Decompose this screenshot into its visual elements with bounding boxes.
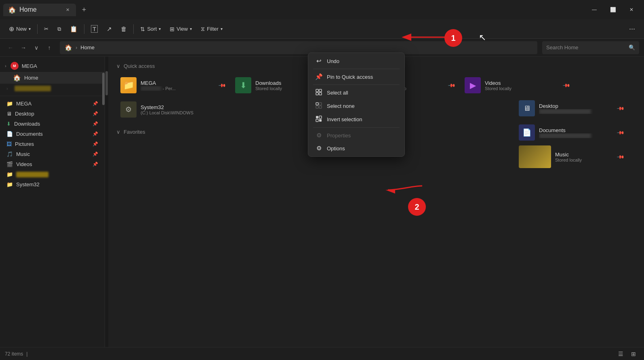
svg-rect-6 <box>316 106 318 108</box>
sidebar-item-mega-label: MEGA <box>22 63 37 69</box>
new-chevron-icon: ▾ <box>29 27 31 31</box>
context-menu: ↩ Undo 📌 Pin to Quick access Select all <box>308 53 405 157</box>
sidebar-item-blurred[interactable]: › <box>0 84 105 93</box>
tab-close-button[interactable]: ✕ <box>64 6 71 13</box>
sort-button[interactable]: ⇅ Sort ▾ <box>136 24 165 34</box>
menu-item-undo[interactable]: ↩ Undo <box>310 55 403 67</box>
copy-icon: ⧉ <box>57 26 61 32</box>
invert-selection-icon <box>315 116 323 123</box>
music-right-meta: Stored locally <box>555 158 614 162</box>
options-icon: ⚙ <box>315 145 323 152</box>
search-bar[interactable]: Search Home 🔍 <box>542 41 639 54</box>
list-item[interactable]: 🖥 Desktop Visual Studio - Personal 📌 <box>515 97 628 120</box>
desktop-file-info: Desktop Visual Studio - Personal <box>539 103 614 114</box>
menu-item-invert[interactable]: Invert selection <box>310 113 403 126</box>
address-text: Home <box>80 44 95 51</box>
sidebar-pictures-label: Pictures <box>15 141 34 147</box>
status-bar: 72 items | ☰ ⊞ <box>0 347 644 360</box>
list-view-button[interactable]: ☰ <box>615 349 626 359</box>
menu-item-select-none[interactable]: Select none <box>310 99 403 113</box>
forward-button[interactable]: → <box>18 42 29 53</box>
share-icon: ↗ <box>107 25 112 33</box>
sidebar-item-mega-folder[interactable]: 📁 MEGA 📌 <box>0 99 105 109</box>
new-tab-button[interactable]: + <box>78 3 90 16</box>
close-button[interactable]: ✕ <box>622 3 641 16</box>
scrollbar-thumb[interactable] <box>105 71 108 95</box>
system32-icon-large: ⚙ <box>120 101 137 118</box>
sidebar-item-documents[interactable]: 📄 Documents 📌 <box>0 129 105 139</box>
pin-icon-videos-item: 📌 <box>562 81 571 90</box>
right-side-items: 🖥 Desktop Visual Studio - Personal 📌 📄 D… <box>515 97 636 168</box>
system32-icon: 📁 <box>6 181 13 187</box>
quick-access-label: Quick access <box>124 63 155 69</box>
sidebar-scrollbar-track[interactable] <box>105 57 108 347</box>
view-icon: ⊞ <box>170 26 175 32</box>
sidebar-item-desktop[interactable]: 🖥 Desktop 📌 <box>0 109 105 119</box>
sidebar-item-pictures[interactable]: 🖼 Pictures 📌 <box>0 139 105 149</box>
pin-icon-desktop-item: 📌 <box>617 104 625 113</box>
sidebar-item-yellow[interactable]: 📁 <box>0 169 105 179</box>
back-button[interactable]: ← <box>5 42 16 53</box>
mega-chevron-icon: › <box>5 63 6 68</box>
properties-icon: ⚙ <box>315 132 323 139</box>
pin-icon-pictures: 📌 <box>93 141 98 147</box>
items-count: 72 items <box>5 351 23 357</box>
list-item[interactable]: 📁 MEGA Personal - Per... 📌 <box>116 74 229 97</box>
menu-item-options[interactable]: ⚙ Options <box>310 142 403 155</box>
minimize-button[interactable]: — <box>585 3 604 16</box>
quick-access-chevron-icon: ∨ <box>116 63 120 69</box>
pin-icon-documents: 📌 <box>93 131 98 137</box>
share-button[interactable]: ↗ <box>103 23 116 35</box>
sidebar-item-mega[interactable]: › M MEGA <box>0 60 105 72</box>
list-item[interactable]: Music Stored locally 📌 <box>515 145 628 168</box>
sidebar-item-videos[interactable]: 🎬 Videos 📌 <box>0 159 105 169</box>
rename-button[interactable]: T <box>87 23 102 35</box>
tab-home-title: Home <box>19 6 37 13</box>
list-item[interactable]: 📄 Documents Visual Studio - Personal 📌 <box>515 121 628 144</box>
delete-button[interactable]: 🗑 <box>117 23 131 34</box>
music-right-name: Music <box>555 152 614 158</box>
downloads-icon: ⬇ <box>6 121 11 127</box>
filter-chevron-icon: ▾ <box>221 27 223 31</box>
svg-rect-2 <box>316 93 318 95</box>
cut-button[interactable]: ✂ <box>40 24 53 34</box>
address-bar[interactable]: 🏠 › Home <box>60 41 537 54</box>
select-all-label: Select all <box>327 90 348 96</box>
rename-icon: T <box>91 25 98 33</box>
sort-chevron-icon: ▾ <box>159 27 161 31</box>
favorites-chevron-icon: ∨ <box>116 129 120 135</box>
list-item[interactable]: ▶ Videos Stored locally 📌 <box>461 74 574 97</box>
up-button[interactable]: ↑ <box>44 42 55 53</box>
new-button[interactable]: ⊕ New ▾ <box>5 23 35 35</box>
sidebar-item-system32[interactable]: 📁 System32 <box>0 179 105 189</box>
home-icon: 🏠 <box>13 74 21 82</box>
pin-icon-music-item: 📌 <box>617 153 625 161</box>
pin-label: Pin to Quick access <box>327 74 373 80</box>
yellow-folder-icon: 📁 <box>6 171 13 177</box>
filter-button[interactable]: ⧖ Filter ▾ <box>197 23 227 34</box>
select-all-icon <box>315 89 323 97</box>
copy-button[interactable]: ⧉ <box>53 24 65 34</box>
recent-button[interactable]: ∨ <box>31 42 42 53</box>
menu-item-select-all[interactable]: Select all <box>310 86 403 99</box>
paste-button[interactable]: 📋 <box>66 23 82 35</box>
menu-item-properties: ⚙ Properties <box>310 129 403 142</box>
more-button[interactable]: ··· <box>625 23 639 35</box>
toolbar-separator-1 <box>37 24 38 34</box>
list-item[interactable]: ⚙ System32 (C:) Local Disk\WINDOWS <box>116 98 229 121</box>
search-placeholder: Search Home <box>546 44 578 51</box>
grid-view-button[interactable]: ⊞ <box>628 349 639 359</box>
new-label: New <box>16 26 27 32</box>
view-button[interactable]: ⊞ View ▾ <box>166 24 196 34</box>
maximize-button[interactable]: ⬜ <box>604 3 622 16</box>
tab-home[interactable]: 🏠 Home ✕ <box>3 4 76 16</box>
desktop-blurred-meta: Visual Studio - Personal <box>539 109 591 114</box>
sidebar-item-music[interactable]: 🎵 Music 📌 <box>0 149 105 159</box>
menu-item-pin[interactable]: 📌 Pin to Quick access <box>310 70 403 83</box>
svg-rect-7 <box>319 106 322 108</box>
view-toggles: ☰ ⊞ <box>615 349 639 359</box>
sidebar-item-downloads[interactable]: ⬇ Downloads 📌 <box>0 119 105 129</box>
sidebar-item-home[interactable]: 🏠 Home <box>0 72 105 84</box>
svg-rect-0 <box>316 89 318 92</box>
desktop-icon: 🖥 <box>6 111 12 117</box>
